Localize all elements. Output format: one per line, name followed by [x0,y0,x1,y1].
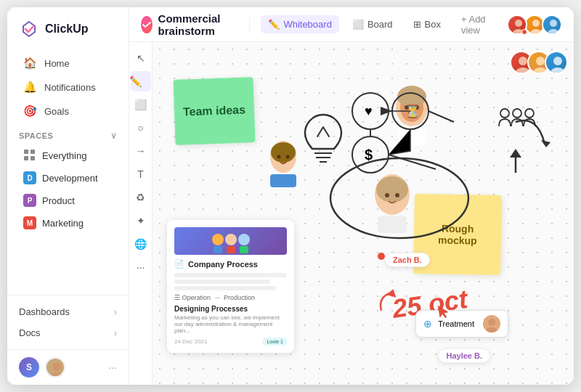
canvas-avatars [510,51,568,74]
transform-tool[interactable]: ♻ [131,187,151,208]
zach-label: Zach B. [393,256,422,264]
spaces-chevron-icon[interactable]: ∨ [110,131,118,141]
add-view-label: + Add view [461,14,491,36]
view-icon [141,16,153,33]
rectangle-tool[interactable]: ⬜ [131,94,151,115]
goals-icon: 🎯 [23,105,37,118]
spaces-section-header: Spaces ∨ [7,123,129,144]
tab-whiteboard[interactable]: ✏️ Whiteboard [261,15,338,33]
star-tool[interactable]: ✦ [131,211,151,231]
sidebar-item-product[interactable]: P Product [12,189,124,211]
card-line-3 [174,286,276,290]
people-icon [497,106,537,142]
text-tool[interactable]: T [131,164,151,184]
user-area[interactable]: S ··· [7,349,129,385]
company-process-card[interactable]: 📄 Company Process ☰ Operation → Producti… [167,220,294,353]
svg-point-53 [488,319,495,326]
arrow-tool[interactable]: → [131,141,151,161]
svg-point-26 [271,142,296,163]
sticky-note-green[interactable]: Team ideas [173,77,255,145]
svg-point-27 [277,155,281,159]
diagram-svg: ♥ ⏳ $ [327,82,472,198]
product-label: Product [42,195,75,206]
canvas[interactable]: Team ideas Rough mockup [153,42,574,385]
whiteboard-tab-label: Whiteboard [283,19,331,30]
svg-point-7 [548,29,559,35]
svg-point-13 [550,68,565,74]
svg-point-46 [212,234,224,245]
svg-rect-51 [240,246,248,253]
arrow-up-icon [505,147,527,179]
card-line-2 [174,279,270,284]
sidebar-item-docs[interactable]: Docs › [7,322,129,343]
card-process-row: ☰ Operation → Production [174,293,287,301]
marketing-label: Marketing [42,218,84,229]
svg-point-50 [238,234,250,245]
sidebar-item-everything[interactable]: Everything [12,144,124,166]
more-tools[interactable]: ··· [131,257,151,277]
toolbar-divider [249,17,250,32]
whiteboard-tab-icon: ✏️ [268,19,280,30]
sidebar-item-marketing[interactable]: M Marketing [12,212,124,234]
collaborator-1 [507,15,527,35]
development-icon: D [23,171,36,184]
person-photo-3 [261,136,305,187]
svg-point-12 [553,57,562,65]
sidebar-bottom: Dashboards › Docs › [7,295,129,349]
treatment-icon: ⊕ [423,318,432,330]
svg-rect-47 [214,246,222,253]
pen-tool[interactable]: ✏️ [131,71,151,91]
sidebar: ClickUp 🏠 Home 🔔 Notifications 🎯 Goals S… [7,7,129,385]
card-subtext: Marketing as you can see, we implement o… [174,314,287,334]
docs-label: Docs [19,327,41,338]
tab-board[interactable]: ⬜ Board [345,15,400,33]
svg-point-5 [530,29,542,35]
svg-point-40 [500,109,509,118]
treatment-avatar [483,315,500,332]
svg-point-8 [519,57,527,65]
logo-text: ClickUp [45,23,89,36]
everything-icon [23,149,36,162]
card-title: 📄 Company Process [174,259,287,269]
page-title: Commercial brainstorm [158,12,237,37]
svg-point-48 [225,234,237,245]
svg-point-1 [50,372,63,377]
user-avatar: S [19,357,39,377]
circle-tool[interactable]: ○ [131,118,151,138]
svg-point-2 [515,20,522,27]
svg-point-9 [516,68,530,74]
sidebar-item-goals[interactable]: 🎯 Goals [12,99,124,123]
select-tool[interactable]: ↖ [131,48,151,68]
card-line-1 [174,273,287,277]
svg-point-6 [550,20,557,27]
svg-point-10 [536,57,545,65]
svg-point-4 [532,20,540,27]
tools-sidebar: ↖ ✏️ ⬜ ○ → T ♻ ✦ 🌐 ··· [129,42,153,385]
zach-badge: Zach B. [385,253,430,267]
sidebar-item-development[interactable]: D Development [12,167,124,189]
sidebar-item-notifications-label: Notifications [44,82,96,93]
card-banner [174,227,287,255]
card-subtitle: Designing Processes [174,305,287,313]
sidebar-item-notifications[interactable]: 🔔 Notifications [12,75,124,99]
main-area: Commercial brainstorm ✏️ Whiteboard ⬜ Bo… [129,7,574,385]
svg-point-41 [513,109,521,118]
board-tab-label: Board [367,19,393,30]
add-view-button[interactable]: + Add view [454,10,498,39]
app-logo[interactable]: ClickUp [7,7,129,48]
board-tab-icon: ⬜ [352,19,364,30]
svg-marker-44 [510,149,521,158]
sidebar-item-dashboards[interactable]: Dashboards › [7,301,129,322]
svg-text:$: $ [365,147,373,163]
collaborator-3 [542,15,562,35]
sidebar-item-home[interactable]: 🏠 Home [12,52,124,75]
treatment-card[interactable]: ⊕ Treatment [415,310,508,338]
svg-rect-24 [378,216,407,233]
svg-rect-29 [270,174,296,187]
svg-rect-49 [227,246,235,253]
globe-tool[interactable]: 🌐 [131,234,151,254]
tab-box[interactable]: ⊞ Box [406,15,448,33]
user-menu-icon[interactable]: ··· [108,362,117,373]
svg-point-54 [486,327,497,332]
card-badge: Loxie 1 [263,338,287,346]
